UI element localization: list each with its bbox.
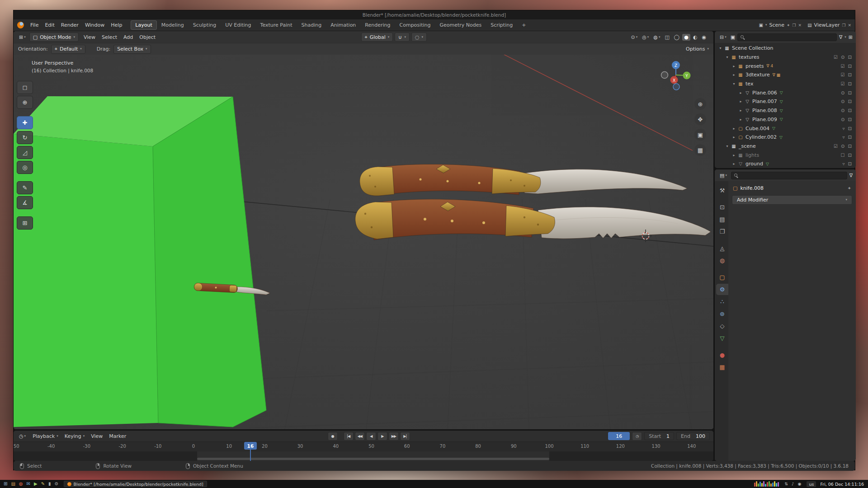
previous-keyframe-button[interactable]: ◀◀ [355, 432, 365, 441]
outliner-visibility-toggles[interactable]: ⊙ ⊡ [841, 108, 856, 113]
taskbar-window-button[interactable]: Blender* [/home/amalie/Desktop/blender/p… [64, 481, 207, 487]
text-editor-icon[interactable]: ✎ [41, 482, 45, 486]
expand-arrow-icon[interactable]: ▾ [731, 82, 737, 86]
outliner-editor-type-button[interactable]: ⊟▾ [718, 34, 728, 41]
outliner-item-label[interactable]: Cube.004 [745, 126, 769, 131]
properties-tab-material[interactable]: ● [716, 349, 728, 361]
outliner-item-label[interactable]: Plane.006 [752, 90, 777, 96]
outliner-item-label[interactable]: presets [745, 63, 764, 69]
outliner-row[interactable]: ▸ ▢ Cylinder.002 ▽ ▿ ⊡ [715, 133, 856, 142]
outliner-visibility-toggles[interactable]: ☑ ⊡ [840, 64, 856, 69]
outliner-visibility-toggles[interactable]: ☐ ⊡ [840, 153, 856, 158]
add-modifier-button[interactable]: Add Modifier ▾ [732, 195, 852, 205]
expand-arrow-icon[interactable]: ▾ [717, 46, 723, 50]
app-menu-icon[interactable]: ⊞ [4, 482, 7, 486]
outliner-search-input[interactable] [737, 33, 837, 41]
outliner-visibility-toggles[interactable]: ☑ ⊡ [840, 72, 856, 77]
outliner-filter-icon[interactable]: ∇ [839, 35, 842, 40]
properties-tab-tool[interactable]: ⚒ [716, 185, 728, 196]
rotate-tool[interactable]: ↻ [17, 131, 33, 144]
gizmos-dropdown-button[interactable]: ◎▾ [640, 34, 651, 41]
workspace-tab[interactable]: Shading [297, 20, 326, 30]
expand-arrow-icon[interactable]: ▾ [724, 55, 730, 59]
outliner-row[interactable]: ▸ ▢ Cube.004 ▽ ▿ ⊡ [715, 124, 856, 133]
taskbar-clock[interactable]: Fri, 06 Dec 14:11:16 [820, 482, 864, 487]
workspace-tab[interactable]: Sculpting [189, 20, 221, 30]
properties-tab-object[interactable]: ▢ [716, 272, 728, 283]
outliner-item-label[interactable]: ground [745, 161, 763, 167]
viewport-menu-item[interactable]: Select [99, 33, 120, 42]
expand-arrow-icon[interactable]: ▸ [731, 73, 737, 77]
properties-search-input[interactable] [731, 172, 847, 179]
scene-browse-icon[interactable]: ▣ [759, 23, 763, 28]
blender-logo-icon[interactable] [17, 22, 24, 28]
navigation-gizmo[interactable]: Z Y X [660, 59, 692, 91]
workspace-tab[interactable]: Geometry Nodes [435, 20, 486, 30]
menu-item[interactable]: Window [82, 21, 108, 29]
proportional-editing-button[interactable]: ◌▾ [411, 33, 427, 42]
scene-unlink-icon[interactable]: ✕ [798, 23, 802, 28]
terminal-icon[interactable]: ▮ [48, 482, 51, 486]
workspace-tab[interactable]: + [517, 20, 530, 30]
viewport-menu-item[interactable]: Object [136, 33, 159, 42]
timeline-menu-item[interactable]: Keying▾ [61, 432, 88, 440]
transform-orientation-dropdown[interactable]: ⌖ Global ▾ [361, 33, 393, 42]
volume-icon[interactable]: ♪ [792, 482, 794, 486]
outliner-display-mode-icon[interactable]: ▣ [731, 35, 735, 40]
outliner-row[interactable]: ▸ ▽ Plane.006 ▽ ⊙ ⊡ [715, 88, 856, 97]
pin-icon[interactable]: ✦ [848, 186, 851, 191]
outliner-row[interactable]: ▾ ▦ _scene ☑ ⊙ ⊡ [715, 142, 856, 151]
frame-start-field[interactable]: Start 1 [644, 432, 674, 440]
outliner-row[interactable]: ▾ ▦ Scene Collection [715, 44, 856, 53]
properties-tab-physics[interactable]: ⊚ [716, 308, 728, 319]
outliner-row[interactable]: ▸ ▦ presets ∇ 4 ☑ ⊡ [715, 61, 856, 70]
properties-editor-type-button[interactable]: ▤▾ [718, 172, 729, 179]
cursor-tool[interactable]: ⊕ [17, 96, 33, 109]
properties-tab-view-layer[interactable]: ❐ [716, 226, 728, 237]
camera-view-button[interactable]: ▣ [694, 129, 706, 141]
shading-rendered-button[interactable]: ◉▾ [700, 34, 708, 41]
visibility-dropdown-button[interactable]: ⊙▾ [629, 34, 639, 41]
outliner-visibility-toggles[interactable]: ⊙ ⊡ [841, 90, 856, 95]
overlays-dropdown-button[interactable]: ◍▾ [651, 34, 662, 41]
outliner-visibility-toggles[interactable]: ⊙ ⊡ [841, 117, 856, 122]
properties-tab-constraints[interactable]: ◇ [716, 320, 728, 332]
outliner-item-label[interactable]: tex [745, 81, 753, 87]
outliner-visibility-toggles[interactable]: ▿ ⊡ [842, 135, 856, 140]
move-tool[interactable]: ✚ [17, 116, 33, 129]
outliner-row[interactable]: ▸ ▽ Plane.007 ▽ ⊙ ⊡ [715, 97, 856, 106]
transform-tool[interactable]: ◎ [17, 161, 33, 174]
shading-wireframe-button[interactable]: ◯▾ [672, 34, 681, 41]
settings-icon[interactable]: ⚙ [55, 482, 59, 486]
scene-pin-icon[interactable]: ✦ [787, 23, 790, 28]
breadcrumb-object-name[interactable]: knife.008 [740, 185, 764, 191]
jump-to-end-button[interactable]: ▶| [400, 432, 410, 441]
gizmo-minus-y-axis[interactable] [661, 72, 668, 79]
scene-copy-icon[interactable]: ❐ [793, 23, 796, 28]
snapping-button[interactable]: ∪▾ [395, 33, 410, 42]
outliner-visibility-toggles[interactable]: ▿ ⊡ [842, 161, 856, 166]
viewport-menu-item[interactable]: Add [120, 33, 136, 42]
pan-hand-button[interactable]: ✥ [694, 113, 706, 125]
expand-arrow-icon[interactable]: ▸ [738, 108, 744, 113]
viewport-menu-item[interactable]: View [80, 33, 99, 42]
viewlayer-copy-icon[interactable]: ❐ [842, 23, 845, 28]
files-icon[interactable]: ▤ [11, 482, 15, 486]
outliner-item-label[interactable]: lights [745, 152, 759, 158]
playhead-line[interactable] [250, 449, 251, 461]
timeline-menu-item[interactable]: Marker▾ [106, 432, 129, 440]
system-monitor-applet[interactable] [754, 481, 779, 487]
properties-tab-render[interactable]: ⊡ [716, 202, 728, 213]
pocketknife-object-1[interactable] [360, 164, 687, 196]
outliner-visibility-toggles[interactable]: ☑ ⊡ [840, 81, 856, 86]
workspace-tab[interactable]: Scripting [486, 20, 517, 30]
annotate-tool[interactable]: ✎ [17, 181, 33, 194]
xray-toggle-button[interactable]: ◫▾ [663, 34, 671, 41]
outliner-visibility-toggles[interactable]: ▿ ⊡ [842, 126, 856, 131]
select-box-tool[interactable]: ◻ [17, 81, 33, 94]
outliner-item-label[interactable]: _scene [739, 143, 756, 149]
workspace-tab[interactable]: Rendering [360, 20, 395, 30]
outliner-item-label[interactable]: 3dtexture [745, 72, 770, 78]
keyboard-layout-indicator[interactable]: us [807, 481, 816, 487]
drag-setting-dropdown[interactable]: Select Box ▾ [113, 45, 151, 54]
